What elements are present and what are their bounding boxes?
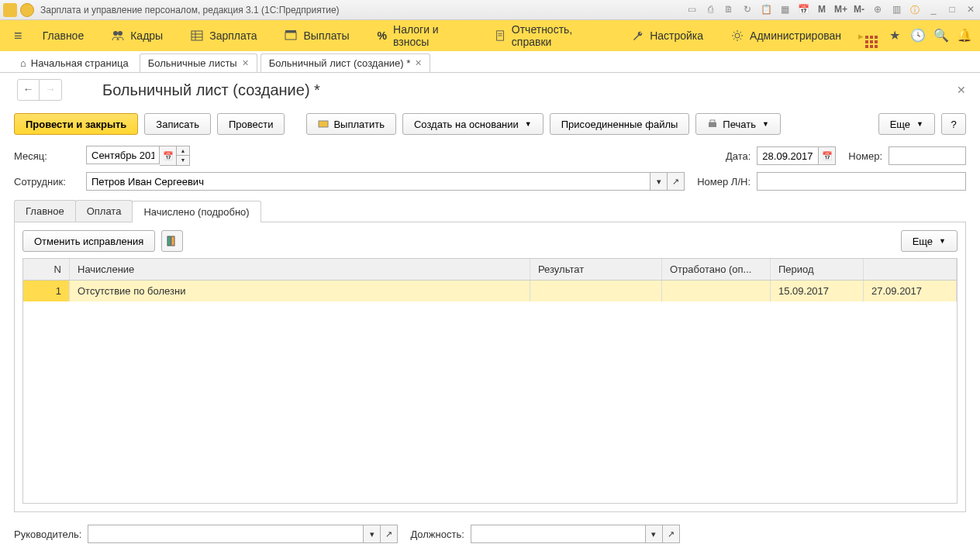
history-icon[interactable]: 🕓 [910, 28, 926, 43]
position-label: Должность: [410, 529, 464, 540]
menu-hr[interactable]: Кадры [98, 20, 177, 51]
header-n[interactable]: N [23, 259, 70, 280]
notifications-icon[interactable]: 🔔 [957, 28, 972, 43]
ln-input[interactable] [757, 172, 966, 191]
svg-point-0 [113, 31, 118, 36]
close-icon[interactable]: ✕ [242, 58, 249, 68]
memory-mminus[interactable]: M- [853, 4, 865, 16]
cancel-fix-button[interactable]: Отменить исправления [22, 230, 155, 252]
memory-mplus[interactable]: M+ [834, 4, 847, 16]
dropdown-button[interactable]: ▾ [364, 525, 381, 543]
table-row[interactable]: 1 Отсутствие по болезни 15.09.2017 27.09… [23, 281, 957, 301]
hamburger-menu[interactable]: ≡ [8, 28, 29, 44]
calendar-icon[interactable]: 📅 [797, 4, 809, 16]
save-button[interactable]: Записать [144, 113, 211, 135]
minimize-icon[interactable]: _ [927, 4, 940, 16]
tab-home[interactable]: ⌂ Начальная страница [12, 54, 136, 72]
nav-forward-button[interactable]: → [40, 80, 61, 100]
svg-point-11 [735, 33, 740, 38]
post-button[interactable]: Провести [217, 113, 285, 135]
maximize-icon[interactable]: □ [946, 4, 958, 16]
open-button[interactable]: ↗ [663, 525, 680, 543]
menu-taxes[interactable]: % Налоги и взносы [364, 20, 481, 51]
menu-admin[interactable]: Администрирован [717, 20, 855, 51]
refresh-icon[interactable]: ↻ [741, 4, 754, 16]
footer-row: Руководитель: ▾ ↗ Должность: ▾ ↗ [0, 518, 980, 544]
open-button[interactable]: ↗ [381, 525, 398, 543]
chevron-down-icon: ▼ [916, 120, 923, 128]
header-period[interactable]: Период [771, 259, 864, 280]
attached-files-button[interactable]: Присоединенные файлы [550, 113, 690, 135]
calc-icon[interactable]: ▦ [778, 4, 791, 16]
chevron-down-icon: ▼ [939, 237, 946, 245]
doc-icon[interactable]: 🗎 [723, 4, 735, 16]
new-icon[interactable]: ▭ [685, 4, 698, 16]
tab-sick-list[interactable]: Больничные листы ✕ [140, 53, 257, 72]
employee-input[interactable] [86, 172, 650, 191]
app-menu-button[interactable] [20, 3, 34, 17]
cell-result [530, 281, 662, 301]
more-button-2[interactable]: Еще▼ [901, 230, 958, 252]
month-spinner[interactable]: ▲▼ [177, 146, 190, 166]
header-worked[interactable]: Отработано (оп... [662, 259, 771, 280]
create-based-button[interactable]: Создать на основании▼ [402, 113, 543, 135]
print-icon[interactable]: ⎙ [704, 4, 716, 16]
menu-salary[interactable]: Зарплата [177, 20, 271, 51]
panels-icon[interactable]: ▥ [890, 4, 902, 16]
columns-button[interactable] [161, 230, 183, 252]
menu-main[interactable]: Главное [29, 20, 98, 51]
tab-sick-create[interactable]: Больничный лист (создание) * ✕ [261, 53, 431, 72]
system-icons: ▭ ⎙ 🗎 ↻ 📋 ▦ 📅 M M+ M- ⊕ ▥ ⓘ _ □ ✕ [685, 4, 977, 16]
dropdown-button[interactable]: ▾ [650, 172, 668, 191]
month-label: Месяц: [14, 150, 80, 162]
close-window-icon[interactable]: ✕ [964, 4, 977, 16]
spinner-down[interactable]: ▼ [177, 156, 189, 165]
form-row-month: Месяц: 📅 ▲▼ Дата: 📅 Номер: [0, 143, 980, 169]
number-label: Номер: [848, 150, 882, 162]
menu-reports[interactable]: Отчетность, справки [481, 20, 618, 51]
info-icon[interactable]: ⓘ [909, 4, 921, 16]
more-button[interactable]: Еще▼ [878, 113, 935, 135]
pay-button[interactable]: Выплатить [306, 113, 396, 135]
nav-buttons: ← → [17, 79, 62, 101]
manager-input[interactable] [88, 525, 364, 543]
zoom-icon[interactable]: ⊕ [871, 4, 884, 16]
month-input[interactable] [86, 146, 160, 164]
menu-overflow-icon[interactable]: ▸ [858, 30, 864, 42]
help-button[interactable]: ? [941, 113, 966, 135]
position-input[interactable] [471, 525, 646, 543]
header-result[interactable]: Результат [530, 259, 662, 280]
print-button[interactable]: Печать▼ [695, 113, 781, 135]
svg-rect-6 [285, 33, 296, 40]
favorite-icon[interactable]: ★ [887, 28, 902, 43]
copy-icon[interactable]: 📋 [760, 4, 772, 16]
inner-tab-accrued[interactable]: Начислено (подробно) [132, 201, 261, 222]
table-icon [191, 29, 203, 42]
columns-icon [167, 236, 178, 246]
page-header: ← → Больничный лист (создание) * ✕ [0, 73, 980, 110]
spinner-up[interactable]: ▲ [177, 146, 189, 156]
header-accrual[interactable]: Начисление [70, 259, 530, 280]
search-icon[interactable]: 🔍 [933, 28, 949, 43]
number-input[interactable] [889, 146, 966, 165]
post-and-close-button[interactable]: Провести и закрыть [14, 113, 138, 135]
inner-tab-main[interactable]: Главное [14, 200, 76, 222]
calendar-button[interactable]: 📅 [160, 146, 177, 166]
inner-tab-payment[interactable]: Оплата [75, 200, 133, 222]
menu-payments[interactable]: Выплаты [271, 20, 363, 51]
page-close-button[interactable]: ✕ [957, 84, 966, 96]
close-icon[interactable]: ✕ [415, 58, 422, 68]
header-period-to[interactable] [864, 259, 957, 280]
open-button[interactable]: ↗ [668, 172, 685, 191]
report-icon [495, 29, 506, 42]
date-input[interactable] [757, 146, 819, 165]
nav-back-button[interactable]: ← [18, 80, 40, 100]
toolbar: Провести и закрыть Записать Провести Вып… [0, 110, 980, 143]
menu-settings[interactable]: Настройка [617, 20, 717, 51]
sub-toolbar: Отменить исправления Еще▼ [22, 230, 958, 252]
memory-m[interactable]: M [816, 4, 828, 16]
apps-grid-icon[interactable] [864, 28, 879, 43]
dropdown-button[interactable]: ▾ [646, 525, 663, 543]
tab-content: Отменить исправления Еще▼ N Начисление Р… [14, 222, 966, 512]
calendar-button[interactable]: 📅 [819, 146, 836, 165]
